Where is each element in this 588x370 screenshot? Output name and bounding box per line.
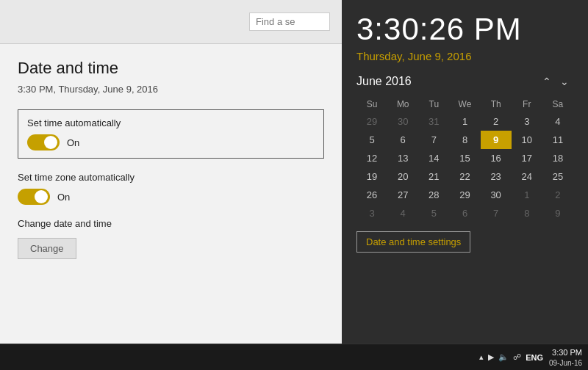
- calendar-day[interactable]: 8: [449, 131, 480, 149]
- calendar-week-row: 567891011: [356, 131, 573, 149]
- calendar-day[interactable]: 31: [418, 112, 449, 131]
- page-title: Date and time: [18, 59, 324, 78]
- calendar-day[interactable]: 28: [418, 186, 449, 204]
- weekday-tu: Tu: [418, 96, 449, 112]
- taskbar-time: 3:30 PM: [549, 347, 582, 358]
- taskbar-icons: ▴ ▶ 🔈 ☍ ENG: [479, 352, 543, 362]
- calendar-day[interactable]: 25: [542, 167, 573, 186]
- panel-header: [0, 0, 342, 44]
- weekday-mo: Mo: [387, 96, 418, 112]
- current-datetime: 3:30 PM, Thursday, June 9, 2016: [18, 84, 324, 95]
- calendar-week-row: 262728293012: [356, 186, 573, 204]
- search-input[interactable]: [249, 12, 330, 31]
- calendar-day[interactable]: 4: [387, 204, 418, 222]
- calendar-day[interactable]: 1: [449, 112, 480, 131]
- clock-display: 3:30:26 PM: [356, 12, 573, 47]
- calendar-week-row: 12131415161718: [356, 149, 573, 167]
- calendar-day[interactable]: 26: [356, 186, 387, 204]
- panel-content: Date and time 3:30 PM, Thursday, June 9,…: [0, 44, 342, 344]
- calendar: June 2016 ⌃ ⌄ Su Mo Tu We Th Fr Sa: [356, 74, 573, 253]
- right-panel: 3:30:26 PM Thursday, June 9, 2016 June 2…: [342, 0, 588, 344]
- set-timezone-auto-label: Set time zone automatically: [18, 172, 324, 183]
- calendar-day[interactable]: 15: [449, 149, 480, 167]
- weekday-sa: Sa: [542, 96, 573, 112]
- calendar-day[interactable]: 8: [512, 204, 542, 222]
- calendar-day[interactable]: 23: [481, 167, 512, 186]
- calendar-day[interactable]: 29: [449, 186, 480, 204]
- calendar-day[interactable]: 11: [542, 131, 573, 149]
- speaker-icon: 🔈: [498, 352, 509, 362]
- calendar-day[interactable]: 9: [481, 131, 512, 149]
- change-button[interactable]: Change: [18, 238, 76, 259]
- calendar-day[interactable]: 22: [449, 167, 480, 186]
- calendar-day[interactable]: 9: [542, 204, 573, 222]
- calendar-day[interactable]: 6: [387, 131, 418, 149]
- date-display: Thursday, June 9, 2016: [356, 50, 573, 62]
- calendar-weekday-header-row: Su Mo Tu We Th Fr Sa: [356, 96, 573, 112]
- calendar-day[interactable]: 19: [356, 167, 387, 186]
- calendar-next-button[interactable]: ⌄: [556, 74, 573, 89]
- set-time-auto-label: Set time automatically: [27, 117, 315, 128]
- set-time-auto-toggle-row: On: [27, 134, 315, 150]
- calendar-header: June 2016 ⌃ ⌄: [356, 74, 573, 89]
- network-icon: ▴: [479, 352, 484, 362]
- calendar-day[interactable]: 2: [481, 112, 512, 131]
- calendar-day[interactable]: 4: [542, 112, 573, 131]
- calendar-week-row: 3456789: [356, 204, 573, 222]
- calendar-day[interactable]: 13: [387, 149, 418, 167]
- calendar-month-year: June 2016: [356, 75, 538, 88]
- calendar-grid: Su Mo Tu We Th Fr Sa 2930311234567891011…: [356, 96, 573, 222]
- taskbar: ▴ ▶ 🔈 ☍ ENG 3:30 PM 09-Jun-16: [0, 344, 588, 370]
- weekday-th: Th: [481, 96, 512, 112]
- calendar-day[interactable]: 5: [418, 204, 449, 222]
- weekday-su: Su: [356, 96, 387, 112]
- weekday-we: We: [449, 96, 480, 112]
- calendar-day[interactable]: 24: [512, 167, 542, 186]
- calendar-day[interactable]: 2: [542, 186, 573, 204]
- calendar-day[interactable]: 27: [387, 186, 418, 204]
- calendar-day[interactable]: 14: [418, 149, 449, 167]
- date-time-settings-link[interactable]: Date and time settings: [356, 231, 470, 253]
- calendar-week-row: 19202122232425: [356, 167, 573, 186]
- calendar-day[interactable]: 7: [418, 131, 449, 149]
- calendar-day[interactable]: 12: [356, 149, 387, 167]
- left-panel: Date and time 3:30 PM, Thursday, June 9,…: [0, 0, 342, 344]
- calendar-day[interactable]: 29: [356, 112, 387, 131]
- set-timezone-auto-group: Set time zone automatically On: [18, 172, 324, 205]
- calendar-day[interactable]: 5: [356, 131, 387, 149]
- calendar-day[interactable]: 6: [449, 204, 480, 222]
- message-icon: ☍: [513, 352, 521, 362]
- set-time-auto-state: On: [67, 137, 79, 148]
- change-datetime-group: Change date and time Change: [18, 218, 324, 259]
- set-time-auto-group: Set time automatically On: [18, 109, 324, 159]
- set-timezone-toggle-row: On: [18, 189, 324, 205]
- calendar-day[interactable]: 10: [512, 131, 542, 149]
- calendar-day[interactable]: 30: [481, 186, 512, 204]
- calendar-day[interactable]: 30: [387, 112, 418, 131]
- language-indicator: ENG: [526, 353, 543, 362]
- calendar-day[interactable]: 18: [542, 149, 573, 167]
- calendar-day[interactable]: 1: [512, 186, 542, 204]
- taskbar-clock: 3:30 PM 09-Jun-16: [549, 347, 582, 366]
- calendar-day[interactable]: 21: [418, 167, 449, 186]
- calendar-prev-button[interactable]: ⌃: [538, 74, 556, 89]
- set-timezone-state: On: [57, 192, 70, 203]
- volume-icon: ▶: [488, 352, 494, 362]
- calendar-day[interactable]: 7: [481, 204, 512, 222]
- calendar-day[interactable]: 20: [387, 167, 418, 186]
- calendar-week-row: 2930311234: [356, 112, 573, 131]
- weekday-fr: Fr: [512, 96, 542, 112]
- taskbar-date: 09-Jun-16: [549, 359, 582, 367]
- set-timezone-toggle[interactable]: [18, 189, 50, 205]
- calendar-day[interactable]: 16: [481, 149, 512, 167]
- change-datetime-label: Change date and time: [18, 218, 324, 229]
- set-time-auto-toggle[interactable]: [27, 134, 60, 150]
- calendar-day[interactable]: 3: [356, 204, 387, 222]
- calendar-day[interactable]: 3: [512, 112, 542, 131]
- calendar-day[interactable]: 17: [512, 149, 542, 167]
